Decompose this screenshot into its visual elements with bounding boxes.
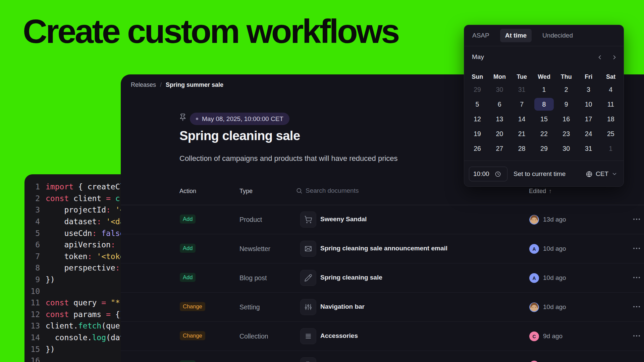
time-input[interactable] [473, 170, 492, 178]
breadcrumb-releases-link[interactable]: Releases [131, 81, 156, 88]
table-row[interactable]: Add Product Sweeny Sandal 13d ago [121, 205, 644, 234]
calendar-day[interactable]: 26 [468, 142, 487, 155]
schedule-dot-icon [196, 118, 198, 120]
line-number: 4 [24, 217, 40, 226]
action-badge: Add [180, 360, 196, 362]
row-menu-button[interactable] [633, 335, 640, 337]
code-token: const [46, 298, 73, 307]
timezone-button[interactable]: CET [586, 167, 618, 181]
calendar-day[interactable]: 15 [534, 113, 554, 125]
action-badge: Change [180, 331, 205, 340]
table-row[interactable]: Change Setting Navigation bar 10d ago [121, 293, 644, 322]
pin-icon[interactable] [179, 113, 187, 121]
weekday-label: Fri [577, 71, 599, 82]
tab-undecided[interactable]: Undecided [542, 32, 573, 39]
calendar-day[interactable]: 3 [579, 83, 598, 96]
calendar-day[interactable]: 20 [490, 127, 509, 140]
prev-month-button[interactable] [594, 52, 605, 63]
column-header-action: Action [179, 188, 196, 195]
code-token: : [115, 263, 120, 272]
list-icon [300, 328, 316, 344]
page-description: Collection of campaigns and products tha… [179, 154, 398, 163]
code-token: }) [46, 275, 55, 284]
code-token: fetch [78, 321, 101, 330]
calendar-day[interactable]: 24 [579, 127, 598, 140]
code-token: : [106, 205, 111, 214]
calendar-day[interactable]: 8 [534, 98, 554, 111]
month-row: May [464, 52, 624, 63]
search-input[interactable] [306, 187, 426, 194]
calendar-day[interactable]: 17 [579, 113, 598, 125]
set-current-time-button[interactable]: Set to current time [511, 167, 568, 181]
calendar-day[interactable]: 18 [601, 113, 621, 125]
code-token: const [46, 194, 73, 203]
calendar-day[interactable]: 23 [556, 127, 576, 140]
calendar-day[interactable]: 16 [556, 113, 576, 125]
table-row[interactable]: Add Blog post Spring cleaning sale A 10d… [121, 263, 644, 293]
calendar-day[interactable]: 31 [512, 83, 532, 96]
page-headline: Create custom workflows [23, 12, 398, 51]
calendar-day[interactable]: 31 [579, 142, 598, 155]
action-badge: Add [180, 273, 196, 282]
calendar-day[interactable]: 11 [601, 98, 621, 111]
calendar-day[interactable]: 7 [512, 98, 532, 111]
calendar-day[interactable]: 14 [512, 113, 532, 125]
next-month-button[interactable] [609, 52, 620, 63]
calendar-day[interactable]: 29 [468, 83, 487, 96]
action-badge: Add [180, 244, 196, 253]
code-token: console. [46, 333, 92, 342]
sliders-icon [300, 299, 316, 315]
schedule-badge[interactable]: May 08, 2025, 10:00:00 CET [190, 113, 289, 125]
calendar-day[interactable]: 13 [490, 113, 509, 125]
breadcrumb-separator: / [160, 81, 162, 88]
table-row[interactable]: Add Newsletter Spring cleaning sale anno… [121, 234, 644, 263]
calendar-day[interactable]: 4 [601, 83, 621, 96]
edited-time: 9d ago [543, 333, 562, 340]
calendar-day[interactable]: 22 [534, 127, 554, 140]
calendar-day[interactable]: 6 [490, 98, 509, 111]
table-row[interactable]: Add Product Apparel Shirt C 9d ago [121, 351, 644, 362]
row-menu-button[interactable] [633, 219, 640, 220]
search-icon [296, 187, 303, 194]
calendar-day[interactable]: 19 [468, 127, 487, 140]
edited-time: 10d ago [543, 274, 566, 282]
line-number: 2 [24, 194, 40, 203]
calendar-day[interactable]: 27 [490, 142, 509, 155]
chevron-right-icon [611, 54, 618, 61]
calendar-grid: Sun Mon Tue Wed Thu Fri Sat 293031123456… [466, 71, 622, 156]
calendar-day[interactable]: 1 [601, 142, 621, 155]
row-type: Blog post [239, 274, 267, 282]
code-token: apiVersion [46, 240, 111, 249]
line-number: 16 [24, 356, 40, 362]
edited-time: 10d ago [543, 303, 566, 311]
table-row[interactable]: Change Collection Accessories C 9d ago [121, 322, 644, 351]
code-token: }) [46, 345, 55, 354]
calendar-day[interactable]: 12 [468, 113, 487, 125]
calendar-day[interactable]: 1 [534, 83, 554, 96]
row-menu-button[interactable] [633, 277, 640, 278]
calendar-day[interactable]: 30 [556, 142, 576, 155]
line-number: 9 [24, 275, 40, 284]
tab-at-time[interactable]: At time [500, 29, 532, 42]
calendar-day[interactable]: 9 [556, 98, 576, 111]
line-number: 11 [24, 298, 40, 307]
calendar-day[interactable]: 21 [512, 127, 532, 140]
weekday-label: Thu [555, 71, 577, 82]
line-number: 10 [24, 287, 40, 296]
calendar-day[interactable]: 29 [534, 142, 554, 155]
month-label: May [472, 53, 484, 61]
column-header-edited[interactable]: Edited ↑ [529, 188, 552, 195]
calendar-day[interactable]: 5 [468, 98, 487, 111]
calendar-day[interactable]: 10 [579, 98, 598, 111]
calendar-day[interactable]: 25 [601, 127, 621, 140]
tab-asap[interactable]: ASAP [472, 32, 489, 39]
calendar-day[interactable]: 28 [512, 142, 532, 155]
row-menu-button[interactable] [633, 306, 640, 307]
calendar-day[interactable]: 30 [490, 83, 509, 96]
calendar-day[interactable]: 2 [556, 83, 576, 96]
line-number: 15 [24, 345, 40, 354]
code-token: const [46, 310, 73, 319]
timezone-label: CET [596, 170, 608, 178]
edited-label: Edited [529, 188, 546, 195]
row-menu-button[interactable] [633, 248, 640, 249]
